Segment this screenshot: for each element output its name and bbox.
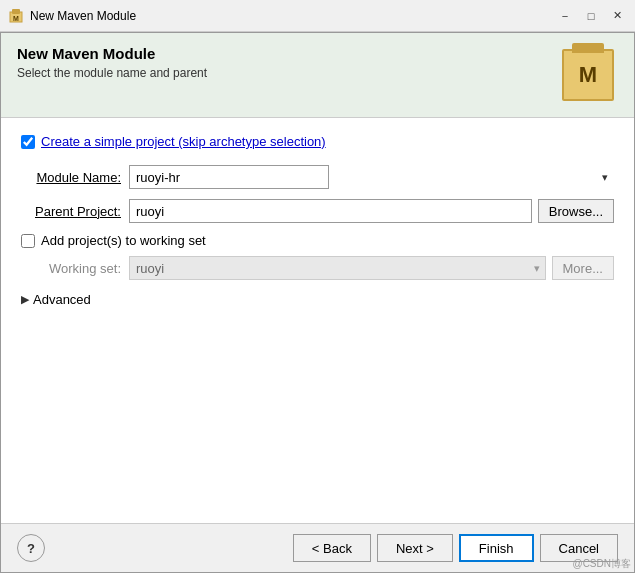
module-name-row: Module Name:	[21, 165, 614, 189]
more-button[interactable]: More...	[552, 256, 614, 280]
parent-project-row: Parent Project: Browse...	[21, 199, 614, 223]
working-set-dropdown-wrapper	[129, 256, 546, 280]
finish-button[interactable]: Finish	[459, 534, 534, 562]
header-text: New Maven Module Select the module name …	[17, 45, 548, 80]
header-subtitle: Select the module name and parent	[17, 66, 548, 80]
next-button[interactable]: Next >	[377, 534, 453, 562]
browse-button[interactable]: Browse...	[538, 199, 614, 223]
module-name-input[interactable]	[129, 165, 329, 189]
working-set-checkbox[interactable]	[21, 234, 35, 248]
working-set-section: Add project(s) to working set Working se…	[21, 233, 614, 280]
watermark: @CSDN博客	[573, 557, 632, 571]
parent-project-input-container: Browse...	[129, 199, 614, 223]
advanced-arrow-icon: ▶	[21, 293, 29, 306]
back-button[interactable]: < Back	[293, 534, 371, 562]
working-set-field-label: Working set:	[41, 261, 121, 276]
dialog-header: New Maven Module Select the module name …	[1, 33, 634, 118]
working-set-input	[129, 256, 546, 280]
simple-project-row: Create a simple project (skip archetype …	[21, 134, 614, 149]
header-title: New Maven Module	[17, 45, 548, 62]
parent-project-input[interactable]	[129, 199, 532, 223]
maven-icon: M	[562, 49, 614, 101]
simple-project-checkbox[interactable]	[21, 135, 35, 149]
title-bar-text: New Maven Module	[30, 9, 555, 23]
module-name-label-text: Module Name:	[36, 170, 121, 185]
module-name-input-container	[129, 165, 614, 189]
module-name-label: Module Name:	[21, 170, 121, 185]
parent-project-label: Parent Project:	[21, 204, 121, 219]
parent-project-label-text: Parent Project:	[35, 204, 121, 219]
advanced-toggle[interactable]: ▶ Advanced	[21, 292, 614, 307]
svg-rect-1	[12, 9, 20, 14]
advanced-label: Advanced	[33, 292, 91, 307]
working-set-field-label-text: Working set:	[49, 261, 121, 276]
dialog-footer: ? < Back Next > Finish Cancel	[1, 523, 634, 572]
module-name-dropdown-wrapper	[129, 165, 614, 189]
close-button[interactable]: ✕	[607, 6, 627, 26]
minimize-button[interactable]: −	[555, 6, 575, 26]
dialog-content: Create a simple project (skip archetype …	[1, 118, 634, 523]
header-icon-container: M	[558, 45, 618, 105]
maximize-button[interactable]: □	[581, 6, 601, 26]
title-bar-controls: − □ ✕	[555, 6, 627, 26]
working-set-checkbox-label: Add project(s) to working set	[41, 233, 206, 248]
working-set-row: Working set: More...	[41, 256, 614, 280]
title-bar: M New Maven Module − □ ✕	[0, 0, 635, 32]
simple-project-label[interactable]: Create a simple project (skip archetype …	[41, 134, 326, 149]
working-set-checkbox-row: Add project(s) to working set	[21, 233, 614, 248]
svg-text:M: M	[13, 15, 19, 22]
advanced-section: ▶ Advanced	[21, 292, 614, 307]
dialog: New Maven Module Select the module name …	[0, 32, 635, 573]
help-button[interactable]: ?	[17, 534, 45, 562]
app-icon: M	[8, 8, 24, 24]
